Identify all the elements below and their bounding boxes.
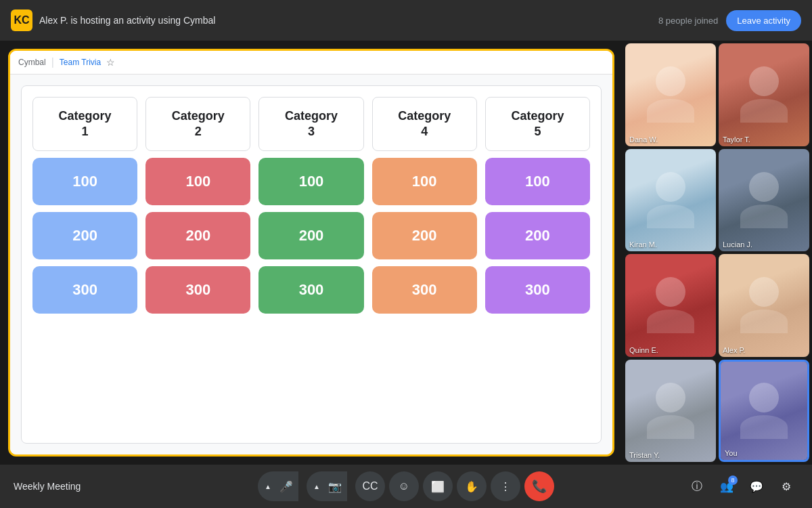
toolbar-center: ▲ 🎤 ▲ 📷 CC ☺ ⬜ ✋ ⋮ 📞 bbox=[258, 471, 554, 501]
tab-divider: | bbox=[51, 56, 54, 68]
participant-name-dana: Dana W. bbox=[629, 135, 658, 144]
score-card-3-200[interactable]: 200 bbox=[258, 212, 363, 259]
video-tile-alex: Alex P. bbox=[719, 254, 809, 357]
top-bar-right: 8 people joined Leave activity bbox=[658, 10, 801, 31]
category-col-3: Category3 100 200 300 bbox=[258, 97, 363, 432]
camera-caret-button[interactable]: ▲ bbox=[307, 471, 323, 501]
toolbar-right: ⓘ 👥 8 💬 ⚙ bbox=[685, 474, 798, 499]
trivia-board: Category1 100 200 300 Category2 100 200 … bbox=[10, 75, 612, 454]
video-tile-dana: Dana W. bbox=[625, 43, 716, 146]
camera-button[interactable]: 📷 bbox=[323, 471, 347, 501]
leave-activity-button[interactable]: Leave activity bbox=[726, 10, 801, 31]
participant-name-quinn: Quinn E. bbox=[629, 346, 658, 354]
video-panel: Dana W. Taylor T. Kiran M. bbox=[623, 41, 812, 465]
score-card-5-200[interactable]: 200 bbox=[485, 212, 590, 259]
participant-name-you: You bbox=[725, 449, 738, 457]
category-col-5: Category5 100 200 300 bbox=[485, 97, 590, 432]
mic-group: ▲ 🎤 bbox=[258, 471, 298, 501]
score-card-5-100[interactable]: 100 bbox=[485, 158, 590, 205]
score-card-4-100[interactable]: 100 bbox=[372, 158, 477, 205]
video-tile-kiran: Kiran M. bbox=[625, 149, 716, 252]
category-col-4: Category4 100 200 300 bbox=[372, 97, 477, 432]
video-tile-lucian: Lucian J. bbox=[719, 149, 809, 252]
category-1-header: Category1 bbox=[32, 97, 137, 151]
score-card-2-200[interactable]: 200 bbox=[145, 212, 250, 259]
score-card-5-300[interactable]: 300 bbox=[485, 266, 590, 314]
chat-button[interactable]: 💬 bbox=[744, 474, 769, 499]
top-bar: KC Alex P. is hosting an activity using … bbox=[0, 0, 812, 41]
category-5-header: Category5 bbox=[485, 97, 590, 151]
score-card-2-100[interactable]: 100 bbox=[145, 158, 250, 205]
score-card-1-200[interactable]: 200 bbox=[32, 212, 137, 259]
category-col-2: Category2 100 200 300 bbox=[145, 97, 250, 432]
end-call-button[interactable]: 📞 bbox=[524, 471, 554, 501]
logo-text: KC bbox=[14, 14, 29, 26]
cymbal-tab[interactable]: Cymbal bbox=[18, 58, 46, 67]
video-tile-you: You bbox=[719, 360, 809, 463]
video-tile-tristan: Tristan Y. bbox=[625, 360, 716, 463]
category-2-header: Category2 bbox=[145, 97, 250, 151]
participant-name-lucian: Lucian J. bbox=[723, 240, 752, 249]
mic-caret-button[interactable]: ▲ bbox=[258, 471, 274, 501]
people-badge: 8 bbox=[728, 475, 738, 485]
participant-name-kiran: Kiran M. bbox=[629, 240, 657, 249]
end-call-icon: 📞 bbox=[532, 479, 547, 494]
host-text: Alex P. is hosting an activity using Cym… bbox=[39, 15, 215, 26]
score-card-4-300[interactable]: 300 bbox=[372, 266, 477, 314]
cymbal-logo: KC bbox=[11, 9, 32, 31]
participant-name-taylor: Taylor T. bbox=[723, 135, 750, 144]
video-tile-quinn: Quinn E. bbox=[625, 254, 716, 357]
captions-button[interactable]: CC bbox=[355, 471, 385, 501]
camera-group: ▲ 📷 bbox=[307, 471, 347, 501]
team-trivia-tab[interactable]: Team Trivia bbox=[60, 58, 101, 67]
top-bar-left: KC Alex P. is hosting an activity using … bbox=[11, 9, 658, 31]
score-card-1-300[interactable]: 300 bbox=[32, 266, 137, 314]
activities-button[interactable]: ⚙ bbox=[774, 474, 798, 499]
score-card-2-300[interactable]: 300 bbox=[145, 266, 250, 314]
video-tile-taylor: Taylor T. bbox=[719, 43, 809, 146]
people-count: 8 people joined bbox=[658, 16, 718, 26]
score-card-3-100[interactable]: 100 bbox=[258, 158, 363, 205]
star-icon[interactable]: ☆ bbox=[106, 57, 115, 68]
people-button[interactable]: 👥 8 bbox=[715, 474, 739, 499]
activity-container: Cymbal | Team Trivia ☆ Category1 100 200… bbox=[8, 49, 614, 457]
main-area: Cymbal | Team Trivia ☆ Category1 100 200… bbox=[0, 41, 812, 465]
info-button[interactable]: ⓘ bbox=[685, 474, 709, 499]
participant-name-alex: Alex P. bbox=[723, 346, 745, 354]
participant-name-tristan: Tristan Y. bbox=[629, 451, 660, 459]
more-options-button[interactable]: ⋮ bbox=[491, 471, 520, 501]
activity-header: Cymbal | Team Trivia ☆ bbox=[10, 51, 612, 75]
score-card-3-300[interactable]: 300 bbox=[258, 266, 363, 314]
board-inner: Category1 100 200 300 Category2 100 200 … bbox=[21, 85, 602, 444]
present-button[interactable]: ⬜ bbox=[423, 471, 453, 501]
emoji-button[interactable]: ☺ bbox=[389, 471, 419, 501]
category-col-1: Category1 100 200 300 bbox=[32, 97, 137, 432]
category-3-header: Category3 bbox=[258, 97, 363, 151]
mic-button[interactable]: 🎤 bbox=[274, 471, 298, 501]
score-card-1-100[interactable]: 100 bbox=[32, 158, 137, 205]
score-card-4-200[interactable]: 200 bbox=[372, 212, 477, 259]
raise-hand-button[interactable]: ✋ bbox=[457, 471, 487, 501]
bottom-bar: Weekly Meeting ▲ 🎤 ▲ 📷 CC ☺ ⬜ ✋ ⋮ 📞 ⓘ 👥 … bbox=[0, 465, 812, 508]
category-4-header: Category4 bbox=[372, 97, 477, 151]
activity-panel: Cymbal | Team Trivia ☆ Category1 100 200… bbox=[0, 41, 623, 465]
